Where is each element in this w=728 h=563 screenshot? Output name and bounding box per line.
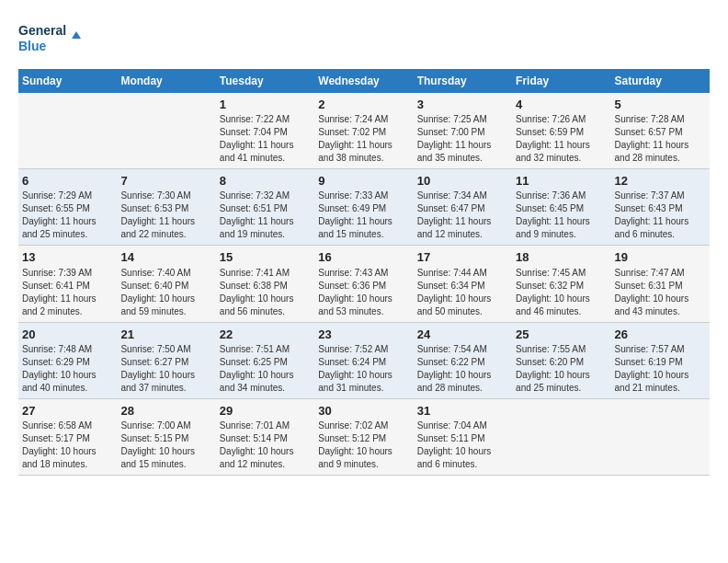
calendar-week-row: 20Sunrise: 7:48 AMSunset: 6:29 PMDayligh… [18, 322, 710, 398]
calendar-cell: 23Sunrise: 7:52 AMSunset: 6:24 PMDayligh… [314, 322, 413, 398]
day-number: 4 [516, 97, 607, 113]
calendar-week-row: 1Sunrise: 7:22 AMSunset: 7:04 PMDaylight… [18, 93, 710, 169]
calendar-cell: 2Sunrise: 7:24 AMSunset: 7:02 PMDaylight… [314, 93, 413, 169]
calendar-cell: 22Sunrise: 7:51 AMSunset: 6:25 PMDayligh… [216, 322, 314, 398]
calendar-cell: 29Sunrise: 7:01 AMSunset: 5:14 PMDayligh… [216, 398, 314, 475]
cell-details: Sunrise: 7:40 AMSunset: 6:40 PMDaylight:… [120, 267, 211, 318]
day-number: 12 [615, 173, 706, 190]
day-number: 17 [417, 249, 508, 266]
calendar-cell: 31Sunrise: 7:04 AMSunset: 5:11 PMDayligh… [414, 398, 512, 475]
calendar-cell: 11Sunrise: 7:36 AMSunset: 6:45 PMDayligh… [512, 169, 610, 246]
cell-details: Sunrise: 7:04 AMSunset: 5:11 PMDaylight:… [417, 419, 508, 471]
cell-details: Sunrise: 7:26 AMSunset: 6:59 PMDaylight:… [516, 113, 607, 165]
calendar-cell: 13Sunrise: 7:39 AMSunset: 6:41 PMDayligh… [18, 246, 117, 322]
day-number: 19 [615, 249, 706, 266]
day-number: 26 [615, 327, 706, 343]
calendar-cell: 4Sunrise: 7:26 AMSunset: 6:59 PMDaylight… [512, 93, 610, 169]
cell-details: Sunrise: 7:55 AMSunset: 6:20 PMDaylight:… [516, 343, 607, 395]
cell-details: Sunrise: 7:54 AMSunset: 6:22 PMDaylight:… [417, 343, 508, 395]
calendar-cell: 27Sunrise: 6:58 AMSunset: 5:17 PMDayligh… [18, 398, 117, 475]
calendar-cell: 6Sunrise: 7:29 AMSunset: 6:55 PMDaylight… [18, 169, 117, 246]
cell-details: Sunrise: 7:39 AMSunset: 6:41 PMDaylight:… [22, 267, 113, 318]
day-number: 23 [318, 327, 409, 343]
cell-details: Sunrise: 7:51 AMSunset: 6:25 PMDaylight:… [220, 343, 311, 395]
cell-details: Sunrise: 7:33 AMSunset: 6:49 PMDaylight:… [318, 190, 409, 241]
cell-details: Sunrise: 7:48 AMSunset: 6:29 PMDaylight:… [22, 343, 113, 395]
cell-details: Sunrise: 7:52 AMSunset: 6:24 PMDaylight:… [318, 343, 409, 395]
calendar-cell: 19Sunrise: 7:47 AMSunset: 6:31 PMDayligh… [611, 246, 710, 322]
day-number: 13 [22, 249, 113, 266]
day-header: Tuesday [216, 69, 314, 93]
day-number: 22 [220, 327, 311, 343]
day-number: 16 [318, 249, 409, 266]
cell-details: Sunrise: 7:29 AMSunset: 6:55 PMDaylight:… [22, 190, 113, 241]
calendar-cell: 21Sunrise: 7:50 AMSunset: 6:27 PMDayligh… [117, 322, 215, 398]
cell-details: Sunrise: 7:41 AMSunset: 6:38 PMDaylight:… [220, 267, 311, 318]
calendar-cell: 5Sunrise: 7:28 AMSunset: 6:57 PMDaylight… [611, 93, 710, 169]
calendar-cell [18, 93, 117, 169]
calendar-cell [512, 398, 610, 475]
svg-text:Blue: Blue [18, 39, 47, 53]
day-number: 11 [516, 173, 607, 190]
day-number: 21 [120, 327, 211, 343]
day-number: 25 [516, 327, 607, 343]
cell-details: Sunrise: 7:44 AMSunset: 6:34 PMDaylight:… [417, 267, 508, 318]
day-number: 30 [318, 403, 409, 419]
calendar-table: SundayMondayTuesdayWednesdayThursdayFrid… [18, 69, 710, 476]
day-header: Saturday [611, 69, 710, 93]
calendar-body: 1Sunrise: 7:22 AMSunset: 7:04 PMDaylight… [18, 93, 710, 475]
header-row: SundayMondayTuesdayWednesdayThursdayFrid… [18, 69, 710, 93]
calendar-cell: 14Sunrise: 7:40 AMSunset: 6:40 PMDayligh… [117, 246, 215, 322]
day-number: 28 [120, 403, 211, 419]
calendar-cell: 3Sunrise: 7:25 AMSunset: 7:00 PMDaylight… [414, 93, 512, 169]
day-number: 24 [417, 327, 508, 343]
cell-details: Sunrise: 7:37 AMSunset: 6:43 PMDaylight:… [615, 190, 706, 241]
svg-marker-2 [72, 31, 81, 39]
day-header: Sunday [18, 69, 117, 93]
calendar-cell: 24Sunrise: 7:54 AMSunset: 6:22 PMDayligh… [414, 322, 512, 398]
day-number: 7 [120, 173, 211, 190]
day-number: 3 [417, 97, 508, 113]
calendar-week-row: 6Sunrise: 7:29 AMSunset: 6:55 PMDaylight… [18, 169, 710, 246]
day-number: 27 [22, 403, 113, 419]
calendar-cell: 26Sunrise: 7:57 AMSunset: 6:19 PMDayligh… [611, 322, 710, 398]
cell-details: Sunrise: 7:30 AMSunset: 6:53 PMDaylight:… [120, 190, 211, 241]
calendar-cell: 7Sunrise: 7:30 AMSunset: 6:53 PMDaylight… [117, 169, 215, 246]
cell-details: Sunrise: 7:25 AMSunset: 7:00 PMDaylight:… [417, 113, 508, 165]
day-header: Wednesday [314, 69, 413, 93]
day-header: Thursday [414, 69, 512, 93]
calendar-cell [117, 93, 215, 169]
cell-details: Sunrise: 7:24 AMSunset: 7:02 PMDaylight:… [318, 113, 409, 165]
day-number: 29 [220, 403, 311, 419]
calendar-cell: 20Sunrise: 7:48 AMSunset: 6:29 PMDayligh… [18, 322, 117, 398]
cell-details: Sunrise: 7:00 AMSunset: 5:15 PMDaylight:… [120, 419, 211, 471]
calendar-cell: 17Sunrise: 7:44 AMSunset: 6:34 PMDayligh… [414, 246, 512, 322]
calendar-week-row: 27Sunrise: 6:58 AMSunset: 5:17 PMDayligh… [18, 398, 710, 475]
day-number: 2 [318, 97, 409, 113]
day-number: 31 [417, 403, 508, 419]
day-number: 6 [22, 173, 113, 190]
day-number: 14 [120, 249, 211, 266]
calendar-cell: 9Sunrise: 7:33 AMSunset: 6:49 PMDaylight… [314, 169, 413, 246]
calendar-cell [611, 398, 710, 475]
cell-details: Sunrise: 7:01 AMSunset: 5:14 PMDaylight:… [220, 419, 311, 471]
calendar-cell: 30Sunrise: 7:02 AMSunset: 5:12 PMDayligh… [314, 398, 413, 475]
day-number: 10 [417, 173, 508, 190]
calendar-cell: 18Sunrise: 7:45 AMSunset: 6:32 PMDayligh… [512, 246, 610, 322]
calendar-cell: 28Sunrise: 7:00 AMSunset: 5:15 PMDayligh… [117, 398, 215, 475]
day-header: Friday [512, 69, 610, 93]
calendar-cell: 12Sunrise: 7:37 AMSunset: 6:43 PMDayligh… [611, 169, 710, 246]
day-number: 18 [516, 249, 607, 266]
day-number: 20 [22, 327, 113, 343]
cell-details: Sunrise: 7:57 AMSunset: 6:19 PMDaylight:… [615, 343, 706, 395]
cell-details: Sunrise: 7:34 AMSunset: 6:47 PMDaylight:… [417, 190, 508, 241]
calendar-cell: 8Sunrise: 7:32 AMSunset: 6:51 PMDaylight… [216, 169, 314, 246]
logo-svg: General Blue [18, 18, 83, 60]
day-number: 1 [220, 97, 311, 113]
calendar-header: SundayMondayTuesdayWednesdayThursdayFrid… [18, 69, 710, 93]
cell-details: Sunrise: 7:43 AMSunset: 6:36 PMDaylight:… [318, 267, 409, 318]
day-number: 9 [318, 173, 409, 190]
calendar-cell: 16Sunrise: 7:43 AMSunset: 6:36 PMDayligh… [314, 246, 413, 322]
calendar-week-row: 13Sunrise: 7:39 AMSunset: 6:41 PMDayligh… [18, 246, 710, 322]
cell-details: Sunrise: 7:36 AMSunset: 6:45 PMDaylight:… [516, 190, 607, 241]
